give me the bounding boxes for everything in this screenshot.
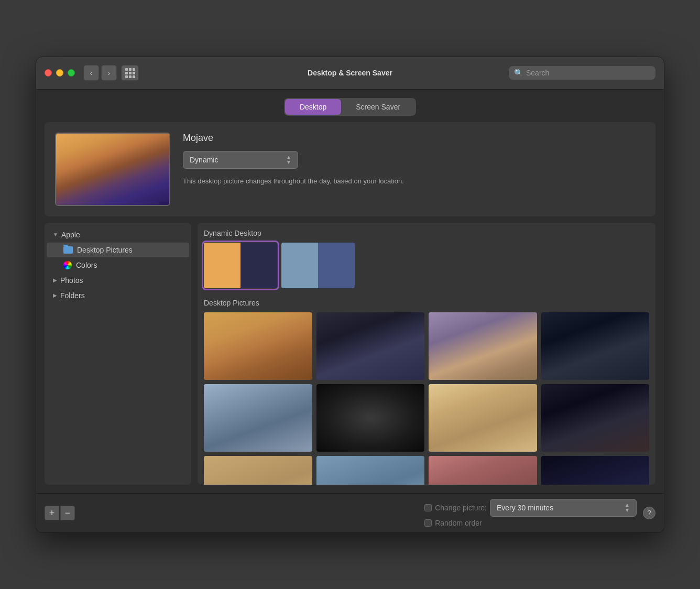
- wallpaper-image: [429, 456, 537, 484]
- wallpaper-item-gradient-dynamic[interactable]: [281, 243, 355, 289]
- add-remove-buttons: + −: [45, 506, 75, 520]
- preview-area: Mojave Dynamic ▲ ▼ This desktop picture …: [45, 122, 655, 216]
- wallpaper-item-sand-day[interactable]: [204, 312, 312, 380]
- wallpaper-image: [281, 243, 355, 289]
- wallpaper-image: [316, 312, 425, 380]
- wallpaper-item-sandy-light[interactable]: [429, 384, 537, 452]
- wallpaper-image: [204, 384, 312, 452]
- collapse-arrow-icon: ▼: [53, 232, 58, 237]
- wallpaper-item-dark-dunes[interactable]: [316, 312, 425, 380]
- dynamic-desktop-grid: [204, 243, 649, 289]
- sidebar-item-label: Photos: [60, 276, 83, 285]
- sidebar: ▼ Apple Desktop Pictures Colors ▶ Photos…: [45, 223, 191, 485]
- sidebar-item-photos[interactable]: ▶ Photos: [47, 273, 189, 288]
- wallpaper-item-dark-rocks[interactable]: [316, 384, 425, 452]
- random-order-label: Random order: [435, 519, 482, 527]
- tab-desktop[interactable]: Desktop: [285, 99, 341, 115]
- sidebar-item-colors[interactable]: Colors: [47, 258, 189, 272]
- wallpaper-item-bottom3[interactable]: [429, 456, 537, 484]
- wallpaper-image: [204, 243, 277, 289]
- change-picture-label: Change picture:: [435, 504, 487, 512]
- desktop-pictures-grid: [204, 312, 649, 485]
- close-button[interactable]: [45, 69, 52, 77]
- sidebar-item-folders[interactable]: ▶ Folders: [47, 288, 189, 303]
- wallpaper-item-purple-rock[interactable]: [429, 312, 537, 380]
- folder-icon: [63, 246, 73, 254]
- maximize-button[interactable]: [68, 69, 75, 77]
- main-body: ▼ Apple Desktop Pictures Colors ▶ Photos…: [45, 223, 655, 485]
- wallpaper-image: [204, 456, 312, 484]
- change-picture-checkbox[interactable]: [424, 504, 432, 511]
- wallpaper-item-dark-mountain[interactable]: [541, 312, 650, 380]
- tabs-area: Desktop Screen Saver: [36, 90, 664, 122]
- grid-area: Dynamic Desktop Desktop Pictures: [198, 223, 655, 485]
- section-title-desktop-pictures: Desktop Pictures: [204, 299, 649, 307]
- wallpaper-image: [429, 384, 537, 452]
- window-title: Desktop & Screen Saver: [308, 69, 392, 77]
- preview-info: Mojave Dynamic ▲ ▼ This desktop picture …: [183, 133, 645, 187]
- expand-arrow-icon: ▶: [53, 277, 57, 283]
- nav-buttons: ‹ ›: [83, 65, 139, 81]
- search-icon: 🔍: [514, 69, 523, 77]
- remove-button[interactable]: −: [60, 506, 75, 520]
- dynamic-dropdown[interactable]: Dynamic ▲ ▼: [183, 151, 298, 169]
- dropdown-arrows-icon: ▲ ▼: [625, 503, 630, 513]
- section-title-dynamic: Dynamic Desktop: [204, 229, 649, 237]
- change-picture-value: Every 30 minutes: [497, 504, 553, 512]
- expand-arrow-icon: ▶: [53, 292, 57, 298]
- dropdown-container: Dynamic ▲ ▼: [183, 151, 645, 169]
- preview-image: [56, 134, 169, 205]
- colors-ball-icon: [63, 261, 72, 269]
- bottom-options: Change picture: Every 30 minutes ▲ ▼ Ran…: [424, 499, 637, 527]
- wallpaper-image: [316, 384, 425, 452]
- wallpaper-image: [541, 312, 650, 380]
- preview-thumbnail: [55, 133, 170, 206]
- sidebar-item-label: Colors: [76, 261, 97, 269]
- description-text: This desktop picture changes throughout …: [183, 176, 497, 187]
- bottom-bar: + − Change picture: Every 30 minutes ▲ ▼…: [36, 493, 664, 532]
- content-area: Mojave Dynamic ▲ ▼ This desktop picture …: [36, 122, 664, 493]
- back-button[interactable]: ‹: [83, 65, 99, 81]
- wallpaper-item-water-rock[interactable]: [204, 384, 312, 452]
- help-button[interactable]: ?: [643, 507, 655, 519]
- wallpaper-image: [541, 456, 650, 484]
- wallpaper-item-dark-curve[interactable]: [541, 384, 650, 452]
- random-order-row: Random order: [424, 519, 637, 527]
- tabs-container: Desktop Screen Saver: [284, 98, 416, 116]
- random-order-checkbox[interactable]: [424, 519, 432, 527]
- search-input[interactable]: [526, 69, 650, 77]
- traffic-lights: [45, 69, 75, 77]
- sidebar-item-label: Apple: [61, 231, 80, 239]
- title-bar: ‹ › Desktop & Screen Saver 🔍: [36, 57, 664, 90]
- forward-button[interactable]: ›: [101, 65, 117, 81]
- wallpaper-image: [316, 456, 425, 484]
- change-picture-dropdown[interactable]: Every 30 minutes ▲ ▼: [490, 499, 637, 517]
- dropdown-value: Dynamic: [190, 156, 218, 164]
- main-window: ‹ › Desktop & Screen Saver 🔍 Desktop Scr…: [36, 57, 664, 533]
- wallpaper-image: [541, 384, 650, 452]
- grid-icon: [125, 68, 135, 78]
- wallpaper-image: [204, 312, 312, 380]
- grid-view-button[interactable]: [121, 65, 139, 81]
- wallpaper-item-bottom4[interactable]: [541, 456, 650, 484]
- tab-screensaver[interactable]: Screen Saver: [341, 99, 415, 115]
- change-picture-row: Change picture: Every 30 minutes ▲ ▼: [424, 499, 637, 517]
- wallpaper-item-mojave-dynamic[interactable]: [204, 243, 277, 289]
- dropdown-arrows-icon: ▲ ▼: [286, 155, 291, 165]
- add-button[interactable]: +: [45, 506, 59, 520]
- sidebar-item-label: Folders: [60, 291, 85, 300]
- sidebar-item-label: Desktop Pictures: [77, 246, 133, 254]
- sidebar-item-desktop-pictures[interactable]: Desktop Pictures: [47, 243, 189, 257]
- sidebar-item-apple[interactable]: ▼ Apple: [47, 227, 189, 242]
- wallpaper-item-bottom2[interactable]: [316, 456, 425, 484]
- wallpaper-name: Mojave: [183, 133, 645, 144]
- minimize-button[interactable]: [56, 69, 63, 77]
- search-bar[interactable]: 🔍: [509, 66, 655, 80]
- wallpaper-image: [429, 312, 537, 380]
- wallpaper-item-bottom1[interactable]: [204, 456, 312, 484]
